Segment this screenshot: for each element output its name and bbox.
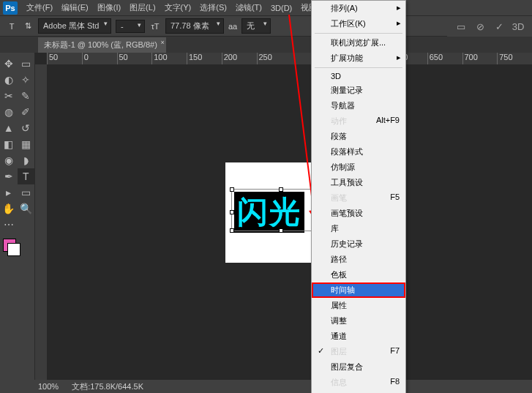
font-size-icon: τT <box>149 20 161 32</box>
dodge-tool[interactable]: ◗ <box>18 152 35 168</box>
menu-select[interactable]: 选择(S) <box>195 2 231 13</box>
font-family-select[interactable]: Adobe 黑体 Std <box>38 18 111 34</box>
cancel-icon[interactable]: ⊘ <box>473 20 487 33</box>
workspace: ✥▭ ◐✧ ✂✎ ◍✐ ▲↺ ◧▦ ◉◗ ✒T ▸▭ ✋🔍 ⋯ 50050100… <box>0 53 532 380</box>
menu-item-navigator[interactable]: 导航器 <box>312 98 405 113</box>
3d-icon[interactable]: 3D <box>512 20 525 33</box>
menu-item-paragraph-styles[interactable]: 段落样式 <box>312 144 405 160</box>
eraser-tool[interactable]: ◧ <box>0 136 18 152</box>
status-bar: 100% 文档:175.8K/644.5K <box>0 380 532 393</box>
menu-item-timeline[interactable]: 时间轴 <box>312 282 405 298</box>
menu-item-clone-source[interactable]: 仿制源 <box>312 160 405 175</box>
heal-tool[interactable]: ◍ <box>0 104 18 120</box>
eyedropper-tool[interactable]: ✎ <box>18 88 35 104</box>
menu-item-adjustments[interactable]: 调整 <box>312 313 405 329</box>
gradient-tool[interactable]: ▦ <box>18 136 35 152</box>
menu-edit[interactable]: 编辑(E) <box>57 2 93 13</box>
tool-palette: ✥▭ ◐✧ ✂✎ ◍✐ ▲↺ ◧▦ ◉◗ ✒T ▸▭ ✋🔍 ⋯ <box>0 53 35 380</box>
crop-tool[interactable]: ✂ <box>0 88 18 104</box>
type-tool[interactable]: T <box>18 168 35 184</box>
menu-item-info[interactable]: 信息F8 <box>312 375 405 390</box>
menu-item-extensions[interactable]: 扩展功能 <box>312 50 405 66</box>
menu-item-library[interactable]: 库 <box>312 221 405 236</box>
doc-info: 文档:175.8K/644.5K <box>72 381 143 392</box>
menu-file[interactable]: 文件(F) <box>22 2 57 13</box>
document-tabs: 未标题-1 @ 100% (蓝, RGB/8#) × <box>0 37 532 53</box>
menu-type[interactable]: 文字(Y) <box>160 2 196 13</box>
zoom-level[interactable]: 100% <box>38 382 59 391</box>
lasso-tool[interactable]: ◐ <box>0 72 18 88</box>
shape-tool[interactable]: ▭ <box>18 184 35 201</box>
color-swatches[interactable] <box>3 239 31 252</box>
app-logo: Ps <box>3 1 18 15</box>
menu-item-channels[interactable]: 通道 <box>312 329 405 344</box>
stamp-tool[interactable]: ▲ <box>0 120 18 136</box>
commit-icon[interactable]: ✓ <box>492 20 506 33</box>
menu-item-layers[interactable]: 图层F7 <box>312 344 405 359</box>
menu-item-paragraph[interactable]: 段落 <box>312 129 405 144</box>
menu-item-3d[interactable]: 3D <box>312 70 405 83</box>
right-icon-bar: ▭ ⊘ ✓ 3D <box>447 16 532 37</box>
ruler-vertical <box>35 64 47 380</box>
wand-tool[interactable]: ✧ <box>18 72 35 88</box>
canvas-area: 50050100150200250550600650700750 闪光 <box>35 53 532 380</box>
move-tool[interactable]: ✥ <box>0 56 18 72</box>
brush-tool[interactable]: ✐ <box>18 104 35 120</box>
font-size-select[interactable]: 77.78 像素 <box>165 18 224 34</box>
tab-close-icon[interactable]: × <box>161 39 165 46</box>
document-tab[interactable]: 未标题-1 @ 100% (蓝, RGB/8#) × <box>38 37 166 53</box>
background-swatch[interactable] <box>7 243 20 256</box>
menu-item-actions[interactable]: 动作Alt+F9 <box>312 113 405 129</box>
menu-item-paths[interactable]: 路径 <box>312 252 405 267</box>
menu-item-arrange[interactable]: 排列(A) <box>312 1 405 16</box>
window-menu-dropdown: 排列(A) 工作区(K) 联机浏览扩展... 扩展功能 3D 测量记录 导航器 … <box>311 0 406 393</box>
ruler-horizontal: 50050100150200250550600650700750 <box>47 53 532 64</box>
type-tool-icon: T <box>6 20 18 32</box>
path-select-tool[interactable]: ▸ <box>0 184 18 201</box>
history-brush-tool[interactable]: ↺ <box>18 120 35 136</box>
blur-tool[interactable]: ◉ <box>0 152 18 168</box>
menu-item-properties[interactable]: 属性 <box>312 298 405 313</box>
menu-item-measurement[interactable]: 测量记录 <box>312 83 405 98</box>
edit-toolbar[interactable]: ⋯ <box>0 217 18 233</box>
menu-filter[interactable]: 滤镜(T) <box>231 2 266 13</box>
folder-icon[interactable]: ▭ <box>454 20 468 33</box>
menu-item-tool-presets[interactable]: 工具预设 <box>312 175 405 190</box>
menu-item-layer-comps[interactable]: 图层复合 <box>312 359 405 375</box>
menu-item-color-panel[interactable]: 色板 <box>312 267 405 282</box>
orientation-icon[interactable]: ⇅ <box>22 20 34 32</box>
menu-item-workspace[interactable]: 工作区(K) <box>312 16 405 31</box>
hand-tool[interactable]: ✋ <box>0 201 18 217</box>
pen-tool[interactable]: ✒ <box>0 168 18 184</box>
menu-layer[interactable]: 图层(L) <box>125 2 160 13</box>
menu-image[interactable]: 图像(I) <box>93 2 125 13</box>
tab-title: 未标题-1 @ 100% (蓝, RGB/8#) <box>44 40 157 49</box>
menu-item-brush-presets[interactable]: 画笔预设 <box>312 206 405 221</box>
aa-label: aa <box>228 22 237 31</box>
menu-item-swatches[interactable]: 颜色F6 <box>312 390 405 393</box>
menu-3d[interactable]: 3D(D) <box>266 4 296 12</box>
font-style-select[interactable]: - <box>116 20 145 33</box>
antialias-select[interactable]: 无 <box>241 18 271 34</box>
menu-item-browse-ext[interactable]: 联机浏览扩展... <box>312 35 405 50</box>
zoom-tool[interactable]: 🔍 <box>18 201 35 217</box>
menu-item-brush[interactable]: 画笔F5 <box>312 190 405 206</box>
menu-bar: Ps 文件(F) 编辑(E) 图像(I) 图层(L) 文字(Y) 选择(S) 滤… <box>0 0 532 16</box>
menu-item-history[interactable]: 历史记录 <box>312 236 405 252</box>
marquee-tool[interactable]: ▭ <box>18 56 35 72</box>
